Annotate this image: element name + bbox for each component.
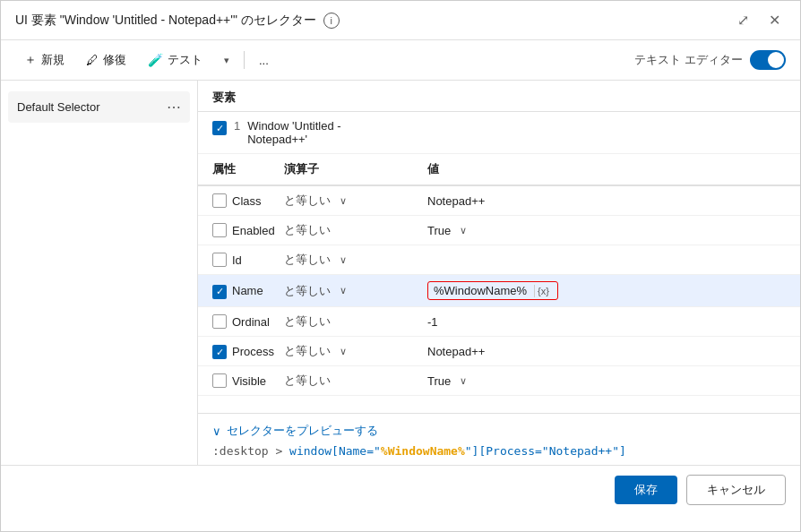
id-operator-chevron[interactable]: ∨ — [340, 254, 347, 266]
preview-code: :desktop > window[Name="%WindowName%"][P… — [212, 444, 786, 458]
attr-cell-process: ✓ Process — [212, 343, 284, 359]
header-value: 値 — [427, 161, 786, 177]
selector-menu-icon[interactable]: ⋯ — [167, 99, 181, 116]
toolbar-left: ＋ 新規 🖊 修復 🧪 テスト ▾ ... — [15, 47, 278, 73]
visible-value-cell: True ∨ — [427, 374, 786, 388]
main-content: Default Selector ⋯ 要素 ✓ 1 Window 'Untitl… — [1, 81, 800, 465]
preview-toggle-label: セレクターをプレビューする — [227, 423, 378, 439]
more-label: ... — [259, 54, 269, 67]
class-operator-chevron[interactable]: ∨ — [340, 195, 347, 207]
close-button[interactable]: ✕ — [763, 10, 786, 30]
class-operator: と等しい — [284, 193, 331, 209]
name-operator-chevron[interactable]: ∨ — [340, 285, 347, 296]
element-number: 1 — [234, 119, 240, 133]
name-attr-name: Name — [232, 284, 263, 297]
ordinal-checkbox[interactable] — [212, 314, 227, 329]
name-value-cell: %WindowName% {x} — [427, 281, 786, 300]
text-editor-toggle[interactable] — [750, 50, 786, 70]
edit-icon: 🖊 — [86, 53, 99, 67]
cancel-button[interactable]: キャンセル — [686, 475, 786, 505]
enabled-checkbox[interactable] — [212, 223, 227, 237]
id-attr-name: Id — [232, 253, 242, 267]
plus-icon: ＋ — [24, 52, 37, 68]
edit-button[interactable]: 🖊 修復 — [77, 47, 135, 73]
process-value: Notepad++ — [427, 345, 485, 358]
new-label: 新規 — [41, 52, 65, 68]
header-attr: 属性 — [212, 161, 284, 177]
footer: 保存 キャンセル — [1, 465, 800, 514]
more-button[interactable]: ... — [250, 49, 278, 72]
class-checkbox[interactable] — [212, 193, 227, 208]
visible-checkbox[interactable] — [212, 373, 227, 388]
class-value-cell: Notepad++ — [427, 194, 786, 208]
process-attr-name: Process — [232, 345, 274, 358]
attr-row-name: ✓ Name と等しい ∨ %WindowName% {x} — [198, 275, 800, 307]
attr-row-class: Class と等しい ∨ Notepad++ — [198, 186, 800, 216]
edit-label: 修復 — [103, 52, 126, 68]
chevron-right-icon: ∨ — [212, 425, 221, 438]
preview-toggle[interactable]: ∨ セレクターをプレビューする — [212, 423, 786, 439]
enabled-attr-name: Enabled — [232, 224, 275, 237]
attr-row-visible: Visible と等しい True ∨ — [198, 366, 800, 396]
visible-attr-name: Visible — [232, 374, 266, 388]
title-bar-left: UI 要素 "Window 'Untitled - Notepad++'" のセ… — [15, 13, 340, 29]
enabled-operator-cell: と等しい — [284, 222, 427, 238]
id-checkbox[interactable] — [212, 253, 227, 267]
window-controls: ⤢ ✕ — [732, 10, 786, 30]
code-selector: window[Name="%WindowName%"][Process="Not… — [289, 444, 626, 458]
preview-section: ∨ セレクターをプレビューする :desktop > window[Name="… — [198, 413, 800, 465]
element-row[interactable]: ✓ 1 Window 'Untitled - Notepad++' — [198, 112, 800, 154]
name-operator: と等しい — [284, 283, 331, 299]
toolbar-divider — [244, 51, 245, 69]
process-value-cell: Notepad++ — [427, 345, 786, 358]
name-checkbox[interactable]: ✓ — [212, 285, 227, 299]
title-bar: UI 要素 "Window 'Untitled - Notepad++'" のセ… — [1, 1, 800, 40]
attr-cell-class: Class — [212, 193, 284, 208]
name-value: %WindowName% — [434, 284, 527, 297]
attr-cell-id: Id — [212, 253, 284, 267]
enabled-value-cell: True ∨ — [427, 224, 786, 237]
default-selector-item[interactable]: Default Selector ⋯ — [8, 91, 190, 123]
name-value-container: %WindowName% {x} — [427, 281, 558, 300]
save-button[interactable]: 保存 — [615, 476, 677, 504]
enabled-operator: と等しい — [284, 222, 331, 238]
youso-header: 要素 — [198, 81, 800, 112]
class-attr-name: Class — [232, 194, 262, 208]
curly-brace-button[interactable]: {x} — [534, 285, 552, 297]
attr-cell-name: ✓ Name — [212, 283, 284, 299]
element-text: Window 'Untitled - Notepad++' — [247, 119, 340, 146]
visible-operator: と等しい — [284, 373, 331, 389]
resize-button[interactable]: ⤢ — [732, 10, 754, 30]
class-value: Notepad++ — [427, 194, 485, 208]
visible-value: True — [427, 374, 451, 388]
youso-label: 要素 — [212, 90, 236, 104]
process-operator-chevron[interactable]: ∨ — [340, 346, 347, 357]
dialog-title: UI 要素 "Window 'Untitled - Notepad++'" のセ… — [15, 13, 316, 29]
selector-item-label: Default Selector — [17, 100, 100, 114]
element-checkbox[interactable]: ✓ — [212, 121, 227, 135]
visible-operator-cell: と等しい — [284, 373, 427, 389]
flask-icon: 🧪 — [148, 53, 163, 67]
toolbar: ＋ 新規 🖊 修復 🧪 テスト ▾ ... テキスト エディター — [1, 40, 800, 81]
attr-cell-ordinal: Ordinal — [212, 314, 284, 329]
info-icon[interactable]: i — [323, 13, 340, 29]
ordinal-operator: と等しい — [284, 313, 331, 330]
process-checkbox[interactable]: ✓ — [212, 345, 227, 359]
enabled-value-chevron[interactable]: ∨ — [460, 225, 467, 236]
new-button[interactable]: ＋ 新規 — [15, 47, 73, 73]
right-panel: 要素 ✓ 1 Window 'Untitled - Notepad++' 属性 … — [198, 81, 800, 465]
process-operator-cell: と等しい ∨ — [284, 343, 427, 359]
attr-cell-enabled: Enabled — [212, 223, 284, 237]
chevron-dropdown-button[interactable]: ▾ — [215, 50, 238, 71]
test-button[interactable]: 🧪 テスト — [139, 47, 211, 73]
ordinal-operator-cell: と等しい — [284, 313, 427, 330]
attr-row-id: Id と等しい ∨ — [198, 245, 800, 275]
attr-row-ordinal: Ordinal と等しい -1 — [198, 307, 800, 337]
name-operator-cell: と等しい ∨ — [284, 283, 427, 299]
attr-row-process: ✓ Process と等しい ∨ Notepad++ — [198, 337, 800, 366]
visible-value-chevron[interactable]: ∨ — [460, 375, 467, 387]
id-operator-cell: と等しい ∨ — [284, 252, 427, 268]
header-operator: 演算子 — [284, 161, 427, 177]
ordinal-value: -1 — [427, 315, 438, 329]
element-text-line1: Window 'Untitled - — [247, 119, 340, 133]
